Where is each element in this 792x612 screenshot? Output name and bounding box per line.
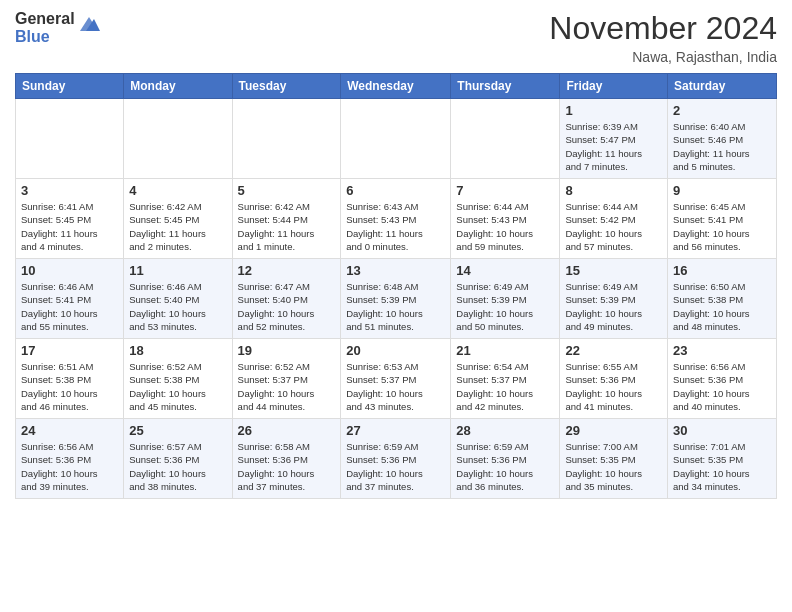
- weekday-header: Sunday: [16, 74, 124, 99]
- day-info: Sunrise: 6:49 AMSunset: 5:39 PMDaylight:…: [456, 280, 554, 333]
- calendar-cell: 27Sunrise: 6:59 AMSunset: 5:36 PMDayligh…: [341, 419, 451, 499]
- day-number: 10: [21, 263, 118, 278]
- calendar-cell: 1Sunrise: 6:39 AMSunset: 5:47 PMDaylight…: [560, 99, 668, 179]
- calendar-cell: 24Sunrise: 6:56 AMSunset: 5:36 PMDayligh…: [16, 419, 124, 499]
- calendar-cell: 5Sunrise: 6:42 AMSunset: 5:44 PMDaylight…: [232, 179, 341, 259]
- day-info: Sunrise: 6:45 AMSunset: 5:41 PMDaylight:…: [673, 200, 771, 253]
- calendar-week-row: 24Sunrise: 6:56 AMSunset: 5:36 PMDayligh…: [16, 419, 777, 499]
- day-info: Sunrise: 6:47 AMSunset: 5:40 PMDaylight:…: [238, 280, 336, 333]
- day-number: 4: [129, 183, 226, 198]
- day-number: 3: [21, 183, 118, 198]
- calendar-cell: 21Sunrise: 6:54 AMSunset: 5:37 PMDayligh…: [451, 339, 560, 419]
- calendar-cell: 2Sunrise: 6:40 AMSunset: 5:46 PMDaylight…: [668, 99, 777, 179]
- calendar-cell: 11Sunrise: 6:46 AMSunset: 5:40 PMDayligh…: [124, 259, 232, 339]
- day-info: Sunrise: 6:46 AMSunset: 5:40 PMDaylight:…: [129, 280, 226, 333]
- location-text: Nawa, Rajasthan, India: [549, 49, 777, 65]
- day-number: 26: [238, 423, 336, 438]
- calendar-cell: [451, 99, 560, 179]
- day-number: 29: [565, 423, 662, 438]
- calendar-cell: 13Sunrise: 6:48 AMSunset: 5:39 PMDayligh…: [341, 259, 451, 339]
- calendar-cell: 17Sunrise: 6:51 AMSunset: 5:38 PMDayligh…: [16, 339, 124, 419]
- day-info: Sunrise: 6:49 AMSunset: 5:39 PMDaylight:…: [565, 280, 662, 333]
- day-info: Sunrise: 6:56 AMSunset: 5:36 PMDaylight:…: [21, 440, 118, 493]
- calendar-cell: 20Sunrise: 6:53 AMSunset: 5:37 PMDayligh…: [341, 339, 451, 419]
- calendar-week-row: 10Sunrise: 6:46 AMSunset: 5:41 PMDayligh…: [16, 259, 777, 339]
- header: General Blue November 2024 Nawa, Rajasth…: [15, 10, 777, 65]
- day-number: 6: [346, 183, 445, 198]
- calendar-cell: [124, 99, 232, 179]
- calendar-cell: 26Sunrise: 6:58 AMSunset: 5:36 PMDayligh…: [232, 419, 341, 499]
- calendar-cell: 10Sunrise: 6:46 AMSunset: 5:41 PMDayligh…: [16, 259, 124, 339]
- calendar-cell: [341, 99, 451, 179]
- weekday-header: Wednesday: [341, 74, 451, 99]
- calendar-cell: 18Sunrise: 6:52 AMSunset: 5:38 PMDayligh…: [124, 339, 232, 419]
- day-info: Sunrise: 6:41 AMSunset: 5:45 PMDaylight:…: [21, 200, 118, 253]
- calendar-week-row: 17Sunrise: 6:51 AMSunset: 5:38 PMDayligh…: [16, 339, 777, 419]
- day-info: Sunrise: 6:44 AMSunset: 5:43 PMDaylight:…: [456, 200, 554, 253]
- day-info: Sunrise: 6:52 AMSunset: 5:38 PMDaylight:…: [129, 360, 226, 413]
- calendar-cell: 25Sunrise: 6:57 AMSunset: 5:36 PMDayligh…: [124, 419, 232, 499]
- weekday-header: Saturday: [668, 74, 777, 99]
- calendar-cell: 8Sunrise: 6:44 AMSunset: 5:42 PMDaylight…: [560, 179, 668, 259]
- day-info: Sunrise: 6:43 AMSunset: 5:43 PMDaylight:…: [346, 200, 445, 253]
- day-number: 5: [238, 183, 336, 198]
- day-number: 19: [238, 343, 336, 358]
- day-number: 15: [565, 263, 662, 278]
- calendar-cell: 3Sunrise: 6:41 AMSunset: 5:45 PMDaylight…: [16, 179, 124, 259]
- day-number: 11: [129, 263, 226, 278]
- day-number: 13: [346, 263, 445, 278]
- page-container: General Blue November 2024 Nawa, Rajasth…: [0, 0, 792, 509]
- day-number: 12: [238, 263, 336, 278]
- calendar-cell: 30Sunrise: 7:01 AMSunset: 5:35 PMDayligh…: [668, 419, 777, 499]
- day-number: 16: [673, 263, 771, 278]
- day-info: Sunrise: 6:59 AMSunset: 5:36 PMDaylight:…: [456, 440, 554, 493]
- day-number: 30: [673, 423, 771, 438]
- day-number: 24: [21, 423, 118, 438]
- day-info: Sunrise: 6:58 AMSunset: 5:36 PMDaylight:…: [238, 440, 336, 493]
- logo-general-text: General: [15, 10, 75, 28]
- day-info: Sunrise: 6:40 AMSunset: 5:46 PMDaylight:…: [673, 120, 771, 173]
- calendar-header-row: SundayMondayTuesdayWednesdayThursdayFrid…: [16, 74, 777, 99]
- day-number: 27: [346, 423, 445, 438]
- logo-icon: [78, 13, 100, 35]
- day-info: Sunrise: 6:50 AMSunset: 5:38 PMDaylight:…: [673, 280, 771, 333]
- day-info: Sunrise: 6:59 AMSunset: 5:36 PMDaylight:…: [346, 440, 445, 493]
- day-info: Sunrise: 6:42 AMSunset: 5:45 PMDaylight:…: [129, 200, 226, 253]
- day-number: 20: [346, 343, 445, 358]
- day-info: Sunrise: 6:55 AMSunset: 5:36 PMDaylight:…: [565, 360, 662, 413]
- day-number: 2: [673, 103, 771, 118]
- day-number: 21: [456, 343, 554, 358]
- logo: General Blue: [15, 10, 100, 45]
- calendar-cell: 22Sunrise: 6:55 AMSunset: 5:36 PMDayligh…: [560, 339, 668, 419]
- day-info: Sunrise: 7:00 AMSunset: 5:35 PMDaylight:…: [565, 440, 662, 493]
- day-number: 1: [565, 103, 662, 118]
- calendar-cell: 23Sunrise: 6:56 AMSunset: 5:36 PMDayligh…: [668, 339, 777, 419]
- day-number: 25: [129, 423, 226, 438]
- day-info: Sunrise: 6:54 AMSunset: 5:37 PMDaylight:…: [456, 360, 554, 413]
- weekday-header: Friday: [560, 74, 668, 99]
- title-section: November 2024 Nawa, Rajasthan, India: [549, 10, 777, 65]
- calendar-table: SundayMondayTuesdayWednesdayThursdayFrid…: [15, 73, 777, 499]
- calendar-cell: 19Sunrise: 6:52 AMSunset: 5:37 PMDayligh…: [232, 339, 341, 419]
- calendar-cell: 6Sunrise: 6:43 AMSunset: 5:43 PMDaylight…: [341, 179, 451, 259]
- day-info: Sunrise: 6:52 AMSunset: 5:37 PMDaylight:…: [238, 360, 336, 413]
- calendar-cell: [232, 99, 341, 179]
- logo-blue-text: Blue: [15, 28, 75, 46]
- weekday-header: Tuesday: [232, 74, 341, 99]
- calendar-cell: 29Sunrise: 7:00 AMSunset: 5:35 PMDayligh…: [560, 419, 668, 499]
- day-info: Sunrise: 6:56 AMSunset: 5:36 PMDaylight:…: [673, 360, 771, 413]
- calendar-cell: [16, 99, 124, 179]
- day-info: Sunrise: 6:46 AMSunset: 5:41 PMDaylight:…: [21, 280, 118, 333]
- calendar-week-row: 1Sunrise: 6:39 AMSunset: 5:47 PMDaylight…: [16, 99, 777, 179]
- day-number: 17: [21, 343, 118, 358]
- day-number: 23: [673, 343, 771, 358]
- weekday-header: Monday: [124, 74, 232, 99]
- calendar-cell: 14Sunrise: 6:49 AMSunset: 5:39 PMDayligh…: [451, 259, 560, 339]
- day-number: 28: [456, 423, 554, 438]
- calendar-cell: 28Sunrise: 6:59 AMSunset: 5:36 PMDayligh…: [451, 419, 560, 499]
- calendar-week-row: 3Sunrise: 6:41 AMSunset: 5:45 PMDaylight…: [16, 179, 777, 259]
- day-number: 18: [129, 343, 226, 358]
- day-number: 22: [565, 343, 662, 358]
- day-info: Sunrise: 7:01 AMSunset: 5:35 PMDaylight:…: [673, 440, 771, 493]
- day-info: Sunrise: 6:39 AMSunset: 5:47 PMDaylight:…: [565, 120, 662, 173]
